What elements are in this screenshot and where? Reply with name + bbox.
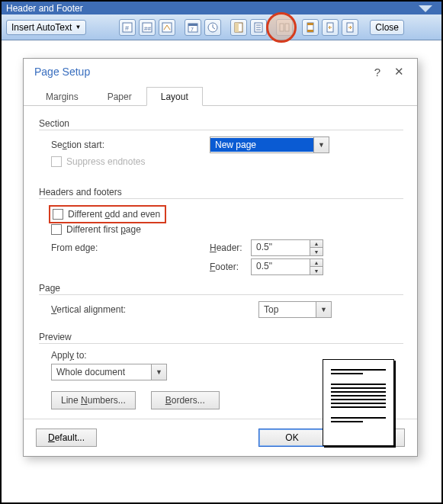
page-count-icon[interactable]: ##: [139, 19, 156, 36]
spinner-down-icon[interactable]: ▼: [310, 267, 323, 274]
svg-rect-16: [285, 24, 289, 31]
page-setup-dialog: Page Setup ? ✕ Margins Paper Layout Sect…: [23, 58, 418, 457]
show-document-text-icon[interactable]: [250, 19, 267, 36]
toolbar-title: Header and Footer: [6, 3, 83, 14]
insert-autotext-label: Insert AutoText: [11, 22, 72, 33]
tab-layout[interactable]: Layout: [146, 87, 203, 106]
section-start-select[interactable]: New page ▼: [210, 136, 329, 153]
spinner-up-icon[interactable]: ▲: [310, 240, 323, 248]
preview-thumbnail: [323, 359, 394, 446]
tab-paper[interactable]: Paper: [93, 87, 146, 106]
section-start-value: New page: [210, 138, 313, 152]
dialog-title: Page Setup: [34, 66, 90, 78]
suppress-endnotes-label: Suppress endnotes: [66, 156, 145, 167]
tab-margins[interactable]: Margins: [31, 87, 93, 106]
svg-rect-18: [307, 23, 313, 25]
show-next-icon[interactable]: [342, 19, 358, 36]
same-as-previous-icon: [276, 19, 293, 36]
page-setup-icon[interactable]: [230, 19, 247, 36]
spinner-down-icon[interactable]: ▼: [310, 248, 323, 255]
ok-button[interactable]: OK: [258, 429, 326, 447]
apply-to-select[interactable]: Whole document ▼: [51, 364, 167, 380]
svg-text:##: ##: [144, 25, 151, 32]
chevron-down-icon: ▼: [313, 137, 329, 152]
diff-first-page-label: Different first page: [66, 224, 141, 235]
annotation-rect: Different odd and even: [49, 205, 166, 223]
svg-rect-10: [235, 23, 239, 32]
from-edge-label: From edge:: [51, 242, 210, 253]
toolbar-close-label: Close: [375, 22, 399, 33]
section-header: Section: [39, 118, 403, 130]
toolbar: Insert AutoText ▼ # ## 7 Close: [2, 14, 441, 40]
preview-header: Preview: [39, 332, 403, 344]
close-button[interactable]: ✕: [388, 65, 409, 79]
default-button[interactable]: Default...: [36, 429, 97, 447]
svg-rect-4: [162, 23, 172, 32]
footer-distance-value: 0.5": [252, 259, 310, 274]
diff-odd-even-label: Different odd and even: [68, 209, 160, 220]
apply-to-label: Apply to:: [51, 350, 87, 361]
help-button[interactable]: ?: [367, 66, 388, 79]
diff-first-page-checkbox[interactable]: [51, 224, 62, 235]
toolbar-options-icon[interactable]: [419, 5, 432, 12]
chevron-down-icon: ▼: [316, 302, 331, 317]
chevron-down-icon: ▼: [151, 364, 166, 380]
valign-label: Vertical alignment:: [51, 304, 258, 315]
diff-odd-even-checkbox[interactable]: [53, 209, 63, 220]
section-start-label: Section start:: [51, 140, 210, 150]
insert-autotext-button[interactable]: Insert AutoText ▼: [6, 20, 86, 35]
suppress-endnotes-checkbox: [51, 156, 62, 167]
switch-header-footer-icon[interactable]: [302, 19, 319, 36]
page-header: Page: [39, 283, 403, 295]
dropdown-icon: ▼: [75, 24, 81, 30]
headers-footers-header: Headers and footers: [39, 187, 403, 199]
svg-text:7: 7: [191, 27, 194, 32]
format-page-number-icon[interactable]: [159, 19, 175, 36]
toolbar-title-bar: Header and Footer: [2, 2, 441, 14]
spinner-up-icon[interactable]: ▲: [310, 259, 323, 267]
valign-select[interactable]: Top ▼: [258, 301, 332, 318]
apply-to-value: Whole document: [52, 365, 151, 379]
time-icon[interactable]: [204, 19, 221, 36]
valign-value: Top: [259, 303, 316, 316]
svg-text:#: #: [125, 24, 129, 32]
page-number-icon[interactable]: #: [119, 19, 136, 36]
date-icon[interactable]: 7: [185, 19, 201, 36]
svg-rect-6: [188, 24, 197, 26]
header-distance-label: Header:: [210, 242, 251, 253]
header-distance-spinner[interactable]: 0.5" ▲▼: [251, 239, 323, 256]
show-previous-icon[interactable]: [322, 19, 339, 36]
line-numbers-button[interactable]: Line Numbers...: [51, 391, 136, 409]
toolbar-close-button[interactable]: Close: [370, 20, 404, 35]
header-distance-value: 0.5": [252, 240, 310, 255]
svg-rect-19: [307, 30, 313, 32]
tab-strip: Margins Paper Layout: [24, 86, 417, 106]
footer-distance-label: Footer:: [210, 262, 251, 272]
footer-distance-spinner[interactable]: 0.5" ▲▼: [251, 258, 323, 275]
borders-button[interactable]: Borders...: [151, 391, 220, 409]
svg-rect-15: [280, 24, 284, 31]
